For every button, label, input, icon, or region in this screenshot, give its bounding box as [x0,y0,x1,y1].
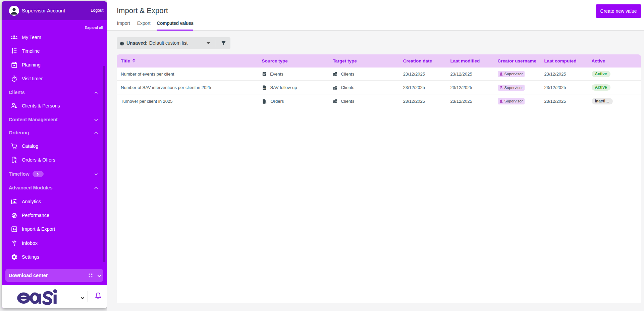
svg-text:PDF: PDF [263,88,265,90]
